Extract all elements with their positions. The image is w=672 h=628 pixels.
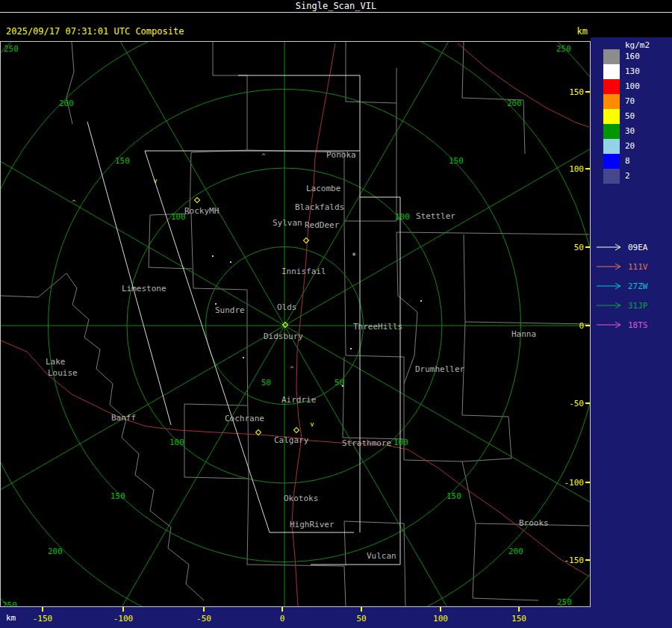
point-marker-icon (350, 348, 352, 349)
vertical-axis-unit-label: km (577, 26, 588, 37)
city-label-stettler: Stettler (416, 211, 455, 221)
color-scale-row: 8 (603, 154, 640, 169)
range-ring-label: 100 (393, 438, 408, 447)
color-scale-value: 30 (625, 124, 635, 139)
city-label-okotoks: Okotoks (284, 494, 318, 503)
vertical-axis-tick-label: 50 (559, 243, 584, 252)
city-label-reddeer: RedDeer (305, 220, 339, 230)
city-label-hanna: Hanna (511, 329, 536, 339)
vertical-axis-tick-label: -50 (559, 399, 584, 408)
radar-site-legend: 09EA111V27ZW31JP18TS (597, 237, 648, 335)
city-label-threehills: ThreeHills (353, 322, 402, 332)
site-arrow-icon (597, 302, 623, 309)
city-label-louise: Louise (48, 368, 78, 378)
color-scale-row: 70 (603, 94, 640, 109)
caret-marker-icon: ^ (261, 152, 265, 160)
range-ring-label: 150 (449, 156, 464, 166)
city-label-airdrie: Airdrie (281, 395, 316, 405)
range-ring-label: 200 (48, 547, 63, 556)
horizontal-axis-tick (203, 607, 205, 612)
site-arrow-icon (597, 282, 623, 290)
site-arrow-icon (597, 263, 623, 270)
legend-sidebar: kg/m2 1601301007050302082 09EA111V27ZW31… (591, 37, 672, 628)
site-arrow-icon (597, 243, 623, 251)
vertical-axis-tick-label: 150 (559, 87, 584, 97)
city-label-ponoka: Ponoka (326, 150, 356, 160)
color-scale-value: 100 (625, 79, 640, 94)
city-label-lacombe: Lacombe (306, 184, 340, 193)
horizontal-axis-tick-label: 0 (280, 614, 285, 624)
city-label-sundre: Sundre (215, 305, 245, 315)
range-ring-label: 250 (556, 44, 571, 54)
vertical-axis-tick (585, 91, 590, 93)
range-ring-label: 200 (507, 99, 522, 108)
radar-map-viewport[interactable]: PonokaLacombeBlackfaldsSylvanRedDeerStet… (0, 41, 591, 607)
color-scale-row: 20 (603, 139, 640, 154)
radar-site-id: 31JP (628, 301, 648, 311)
city-label-cochrane: Cochrane (225, 414, 264, 423)
range-ring-label: 100 (395, 212, 410, 222)
radar-site-legend-row: 18TS (597, 315, 648, 335)
point-marker-icon (342, 385, 343, 387)
vertical-axis-tick (585, 246, 590, 248)
radar-app-window: Single_Scan_VIL 2025/09/17 07:31:01 UTC … (0, 0, 672, 628)
radar-site-marker-icon (293, 427, 299, 433)
v-marker-icon: v (310, 420, 314, 428)
city-label-calgary: Calgary (274, 435, 308, 445)
horizontal-axis-tick-label: -100 (113, 614, 134, 624)
asterisk-marker-icon: * (352, 251, 357, 261)
radar-site-marker-icon (282, 322, 288, 328)
color-swatch (603, 49, 620, 64)
color-swatch (603, 79, 620, 94)
range-ring-label: 250 (4, 44, 19, 54)
city-label-vulcan: Vulcan (367, 551, 396, 561)
range-ring-label: 150 (447, 491, 461, 501)
radar-site-marker-icon (255, 429, 261, 435)
radar-site-marker-icon (303, 237, 309, 243)
city-label-limestone: Limestone (122, 284, 167, 293)
color-scale-value: 8 (625, 154, 630, 169)
scan-timestamp: 2025/09/17 07:31:01 UTC Composite (6, 26, 184, 37)
color-swatch (603, 64, 620, 79)
radar-site-marker-icon (194, 197, 200, 203)
range-ring-label: 150 (111, 491, 125, 501)
radar-site-legend-row: 09EA (597, 237, 648, 257)
horizontal-axis-tick (122, 607, 124, 612)
city-label-sylvan: Sylvan (273, 218, 302, 228)
vertical-axis-tick (585, 559, 590, 561)
radar-site-id: 111V (628, 262, 648, 272)
vertical-axis-tick-label: 0 (559, 321, 584, 331)
radar-site-id: 27ZW (628, 282, 648, 291)
horizontal-axis-tick (361, 607, 362, 612)
range-ring-label: 100 (171, 212, 186, 222)
color-scale-row: 2 (603, 169, 640, 184)
caret-marker-icon: ^ (72, 199, 75, 206)
color-swatch (603, 169, 620, 184)
radar-site-id: 09EA (628, 243, 648, 252)
color-swatch (603, 124, 620, 139)
city-label-brooks: Brooks (519, 518, 549, 528)
radar-site-legend-row: 31JP (597, 296, 648, 315)
caret-marker-icon: ^ (290, 365, 293, 373)
site-arrow-icon (597, 321, 623, 329)
radar-site-id: 18TS (628, 320, 648, 330)
range-ring-label: 250 (557, 597, 572, 607)
color-swatch (603, 94, 620, 109)
range-ring-label: 100 (169, 438, 184, 447)
vertical-axis-tick-label: -150 (559, 556, 584, 565)
color-scale-value: 130 (625, 64, 640, 79)
window-title: Single_Scan_VIL (0, 0, 672, 13)
vertical-axis-tick (585, 325, 590, 326)
city-label-olds: Olds (277, 302, 297, 312)
map-annotation-layer: PonokaLacombeBlackfaldsSylvanRedDeerStet… (1, 42, 590, 606)
horizontal-axis-tick-label: 50 (356, 614, 366, 624)
vertical-axis-tick (585, 482, 590, 483)
horizontal-axis-tick (42, 607, 43, 612)
city-label-highriver: HighRiver (290, 520, 335, 529)
city-label-strathmore: Strathmore (342, 438, 391, 448)
point-marker-icon (230, 261, 231, 263)
horizontal-axis-tick (281, 607, 283, 612)
city-label-blackfalds: Blackfalds (295, 202, 344, 212)
range-ring-label: 200 (59, 99, 74, 108)
vertical-axis-tick-label: -100 (559, 478, 584, 488)
